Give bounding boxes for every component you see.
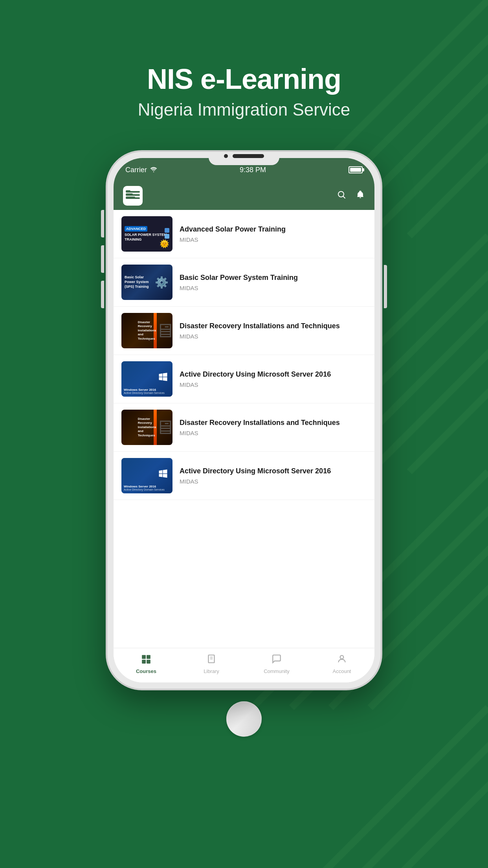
phone-frame: Carrier 9:38 PM — [106, 151, 382, 690]
battery-fill — [350, 168, 361, 172]
course-title-5: Disaster Recovery Installations and Tech… — [180, 418, 367, 427]
phone-wrapper: Carrier 9:38 PM — [106, 151, 382, 737]
account-label: Account — [333, 668, 351, 674]
svg-line-3 — [370, 0, 488, 236]
course-thumbnail-3: DisasterRecoveryInstallationsandTechniqu… — [121, 313, 172, 348]
course-item[interactable]: ADVANCED SOLAR POWER SYSTEMTRAINING 🌞 Ad… — [114, 210, 374, 258]
status-carrier: Carrier — [125, 166, 157, 174]
account-icon — [337, 654, 347, 667]
camera-area — [224, 154, 264, 158]
svg-line-4 — [409, 0, 488, 236]
course-thumbnail-1: ADVANCED SOLAR POWER SYSTEMTRAINING 🌞 — [121, 216, 172, 252]
bottom-navigation: Courses Library — [114, 648, 374, 682]
carrier-text: Carrier — [125, 166, 147, 174]
course-author-6: MIDAS — [180, 478, 367, 485]
nav-item-library[interactable]: Library — [179, 654, 244, 674]
courses-icon — [141, 654, 151, 667]
course-item[interactable]: Basic SolarPower System(SPS) Training ⚙️… — [114, 258, 374, 307]
course-author-5: MIDAS — [180, 430, 367, 436]
courses-label: Courses — [136, 668, 156, 674]
app-logo — [123, 186, 143, 206]
app-title: NIS e-Learning — [138, 63, 350, 95]
nav-item-courses[interactable]: Courses — [114, 654, 179, 674]
svg-rect-21 — [126, 190, 130, 192]
svg-line-8 — [370, 236, 488, 472]
course-item[interactable]: DisasterRecoveryInstallationsandTechniqu… — [114, 307, 374, 355]
svg-line-13 — [370, 472, 488, 708]
svg-rect-27 — [147, 655, 150, 659]
nav-item-account[interactable]: Account — [309, 654, 374, 674]
course-info-5: Disaster Recovery Installations and Tech… — [180, 418, 367, 436]
svg-rect-26 — [142, 655, 146, 659]
bell-icon[interactable] — [356, 190, 365, 202]
svg-point-17 — [153, 171, 154, 172]
app-title-section: NIS e-Learning Nigeria Immigration Servi… — [138, 63, 350, 120]
svg-rect-29 — [147, 660, 150, 664]
svg-line-25 — [343, 197, 345, 199]
course-title-1: Advanced Solar Power Training — [180, 225, 367, 234]
app-header — [114, 182, 374, 210]
app-subtitle: Nigeria Immigration Service — [138, 100, 350, 120]
course-thumbnail-4: Windows Server 2016 Active Directory Dom… — [121, 361, 172, 397]
community-label: Community — [264, 668, 290, 674]
course-title-2: Basic Solar Power System Training — [180, 273, 367, 282]
course-info-2: Basic Solar Power System Training MIDAS — [180, 273, 367, 291]
course-item[interactable]: Windows Server 2016 Active Directory Dom… — [114, 452, 374, 500]
community-icon — [272, 654, 282, 667]
speaker-bar — [233, 154, 264, 158]
svg-point-33 — [340, 655, 344, 659]
course-info-4: Active Directory Using Microsoft Server … — [180, 370, 367, 388]
status-bar: Carrier 9:38 PM — [114, 158, 374, 182]
course-title-3: Disaster Recovery Installations and Tech… — [180, 322, 367, 331]
course-item[interactable]: Windows Server 2016 Active Directory Dom… — [114, 355, 374, 403]
course-info-1: Advanced Solar Power Training MIDAS — [180, 225, 367, 243]
course-author-1: MIDAS — [180, 236, 367, 243]
header-icons — [337, 190, 365, 202]
library-icon — [206, 654, 216, 667]
course-title-6: Active Directory Using Microsoft Server … — [180, 467, 367, 476]
status-time: 9:38 PM — [240, 166, 266, 174]
camera-dot — [224, 154, 228, 158]
course-info-3: Disaster Recovery Installations and Tech… — [180, 322, 367, 340]
course-info-6: Active Directory Using Microsoft Server … — [180, 467, 367, 485]
course-thumbnail-6: Windows Server 2016 Active Directory Dom… — [121, 458, 172, 493]
home-button-area — [106, 701, 382, 737]
search-icon[interactable] — [337, 190, 346, 202]
home-button[interactable] — [226, 701, 262, 737]
course-title-4: Active Directory Using Microsoft Server … — [180, 370, 367, 379]
svg-line-9 — [409, 236, 488, 472]
wifi-icon — [150, 166, 157, 174]
nav-item-community[interactable]: Community — [244, 654, 309, 674]
course-thumbnail-2: Basic SolarPower System(SPS) Training ⚙️ — [121, 265, 172, 300]
library-label: Library — [204, 668, 219, 674]
svg-rect-23 — [126, 197, 135, 198]
battery-indicator — [349, 166, 363, 173]
course-author-2: MIDAS — [180, 285, 367, 291]
course-author-4: MIDAS — [180, 381, 367, 388]
course-thumbnail-5: DisasterRecoveryInstallationsandTechniqu… — [121, 410, 172, 445]
course-item[interactable]: DisasterRecoveryInstallationsandTechniqu… — [114, 403, 374, 452]
svg-rect-28 — [142, 660, 146, 664]
course-author-3: MIDAS — [180, 333, 367, 340]
course-list[interactable]: ADVANCED SOLAR POWER SYSTEMTRAINING 🌞 Ad… — [114, 210, 374, 648]
phone-inner: Carrier 9:38 PM — [114, 158, 374, 682]
svg-rect-22 — [126, 193, 133, 195]
